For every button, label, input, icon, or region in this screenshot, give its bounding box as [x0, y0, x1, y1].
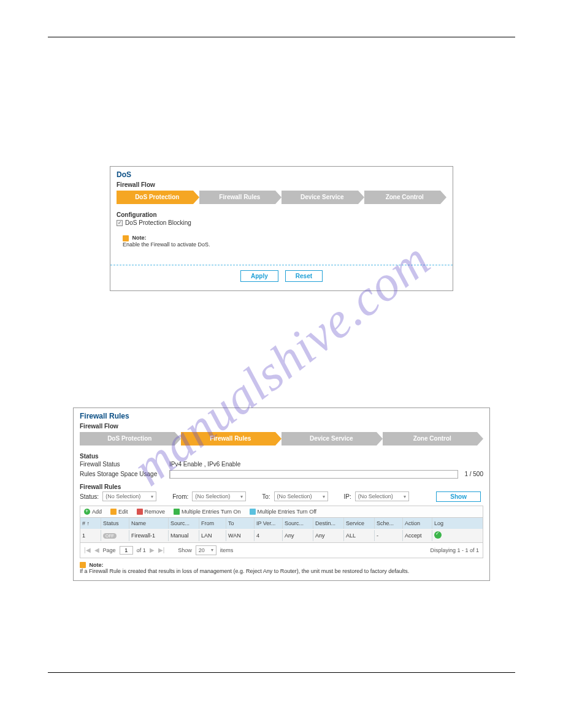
filter-status-label: Status:	[80, 493, 99, 500]
chevron-down-icon: ▾	[211, 547, 213, 553]
fw-note: Note: If a Firewall Rule is created that…	[80, 562, 483, 575]
note-icon	[123, 235, 129, 241]
cell-num: 1	[80, 530, 101, 541]
pager-of-label: of 1	[137, 547, 146, 553]
cell-source: Manual	[169, 530, 199, 541]
col-log[interactable]: Log	[432, 518, 453, 529]
filter-from-label: From:	[172, 493, 188, 500]
cell-ipver: 4	[255, 530, 283, 541]
col-num[interactable]: # ↑	[80, 518, 101, 529]
cell-dst: Any	[313, 530, 344, 541]
cell-name: Firewall-1	[129, 530, 169, 541]
tab-zone-control[interactable]: Zone Control	[383, 432, 478, 446]
dos-separator	[110, 265, 453, 265]
multi-off-button[interactable]: Multiple Entries Turn Off	[250, 509, 316, 515]
cell-src: Any	[283, 530, 313, 541]
tab-firewall-rules[interactable]: Firewall Rules	[181, 432, 276, 446]
reset-button[interactable]: Reset	[285, 270, 323, 282]
tab-zone-control[interactable]: Zone Control	[364, 191, 441, 204]
page-bottom-rule	[48, 672, 515, 673]
tab-firewall-rules[interactable]: Firewall Rules	[199, 191, 276, 204]
usage-bar	[169, 470, 458, 479]
firewall-rules-panel: Firewall Rules Firewall Flow DoS Protect…	[73, 408, 490, 582]
toggle-off-icon	[250, 509, 256, 515]
col-schedule[interactable]: Sche...	[375, 518, 403, 529]
note-icon	[80, 562, 86, 568]
pager-display: Displaying 1 - 1 of 1	[430, 547, 479, 553]
dos-blocking-label: DoS Protection Blocking	[125, 219, 191, 226]
fw-flow-label: Firewall Flow	[80, 423, 483, 430]
filter-ip-dropdown[interactable]: (No Selection)▾	[355, 491, 409, 501]
usage-label: Rules Storage Space Usage	[80, 471, 166, 477]
trash-icon	[137, 509, 143, 515]
col-from[interactable]: From	[199, 518, 226, 529]
filter-status-dropdown[interactable]: (No Selection)▾	[102, 491, 156, 501]
col-dst[interactable]: Destin...	[313, 518, 344, 529]
pencil-icon	[110, 509, 117, 515]
filter-ip-label: IP:	[344, 493, 351, 500]
cell-from: LAN	[199, 530, 226, 541]
col-service[interactable]: Service	[344, 518, 375, 529]
remove-button[interactable]: Remove	[137, 509, 166, 515]
tab-device-service[interactable]: Device Service	[282, 432, 377, 446]
pager-prev[interactable]: ◀	[94, 547, 99, 553]
filter-from-dropdown[interactable]: (No Selection)▾	[192, 491, 246, 501]
cell-service: ALL	[344, 530, 375, 541]
dos-blocking-checkbox[interactable]: ✓	[117, 220, 123, 226]
pager-items-label: items	[220, 547, 234, 553]
dos-note-text: Enable the Firewall to activate DoS.	[123, 241, 210, 248]
multi-on-button[interactable]: Multiple Entries Turn On	[174, 509, 241, 515]
dos-title: DoS	[117, 170, 446, 179]
fw-flow: DoS Protection Firewall Rules Device Ser…	[80, 432, 483, 446]
filter-to-dropdown[interactable]: (No Selection)▾	[274, 491, 328, 501]
plus-icon	[84, 509, 90, 515]
pager-show-dropdown[interactable]: 20▾	[196, 545, 216, 555]
pager-last[interactable]: ▶|	[158, 547, 165, 553]
col-source[interactable]: Sourc...	[169, 518, 199, 529]
pager-next[interactable]: ▶	[150, 547, 155, 553]
tab-device-service[interactable]: Device Service	[282, 191, 358, 204]
cell-schedule: -	[375, 530, 403, 541]
toggle-on-icon	[174, 509, 180, 515]
pager-page-label: Page	[103, 547, 116, 553]
pager-page-input[interactable]	[120, 546, 133, 555]
dos-flow: DoS Protection Firewall Rules Device Ser…	[117, 191, 446, 204]
cell-action: Accept	[403, 530, 432, 541]
chevron-down-icon: ▾	[240, 494, 243, 499]
fw-note-label: Note:	[90, 562, 104, 568]
dos-note: Note: Enable the Firewall to activate Do…	[123, 235, 446, 248]
filter-to-label: To:	[262, 493, 270, 500]
chevron-down-icon: ▾	[404, 494, 406, 499]
show-button[interactable]: Show	[436, 491, 481, 502]
apply-button[interactable]: Apply	[240, 270, 278, 282]
add-button[interactable]: Add	[84, 509, 102, 515]
toggle-off-badge[interactable]: OFF	[103, 533, 117, 539]
edit-button[interactable]: Edit	[110, 509, 128, 515]
col-src[interactable]: Sourc...	[283, 518, 313, 529]
col-name[interactable]: Name	[129, 518, 169, 529]
col-action[interactable]: Action	[403, 518, 432, 529]
chevron-down-icon: ▾	[151, 494, 153, 499]
cell-log	[432, 529, 453, 542]
firewall-status-label: Firewall Status	[80, 461, 166, 468]
fw-status-title: Status	[80, 453, 483, 460]
dos-panel: DoS Firewall Flow DoS Protection Firewal…	[110, 166, 453, 291]
cell-status[interactable]: OFF	[101, 530, 129, 541]
col-ipver[interactable]: IP Ver...	[255, 518, 283, 529]
tab-dos-protection[interactable]: DoS Protection	[80, 432, 175, 446]
page-top-rule	[48, 37, 515, 37]
table-row[interactable]: 1 OFF Firewall-1 Manual LAN WAN 4 Any An…	[80, 529, 483, 542]
rules-grid: # ↑ Status Name Sourc... From To IP Ver.…	[80, 518, 483, 543]
dos-config-title: Configuration	[117, 211, 446, 218]
chevron-down-icon: ▾	[323, 494, 325, 499]
dos-note-label: Note:	[132, 235, 147, 241]
check-icon	[434, 531, 442, 539]
pager-first[interactable]: |◀	[84, 547, 91, 553]
grid-header: # ↑ Status Name Sourc... From To IP Ver.…	[80, 518, 483, 529]
pager: |◀ ◀ Page of 1 ▶ ▶| Show 20▾ items Displ…	[80, 543, 483, 558]
col-to[interactable]: To	[226, 518, 255, 529]
col-status[interactable]: Status	[101, 518, 129, 529]
grid-toolbar: Add Edit Remove Multiple Entries Turn On…	[80, 506, 483, 518]
tab-dos-protection[interactable]: DoS Protection	[117, 191, 193, 204]
pager-show-label: Show	[178, 547, 192, 553]
